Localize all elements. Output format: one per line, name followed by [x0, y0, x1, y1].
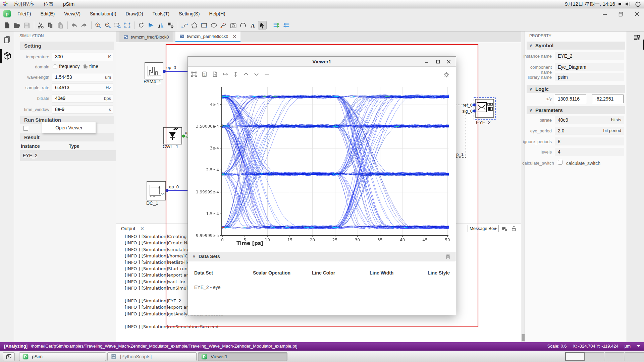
rotate-icon[interactable] — [137, 21, 146, 29]
workspace-1[interactable] — [565, 352, 585, 361]
taskbar-button-pSim[interactable]: pSim — [19, 352, 106, 361]
mirror-icon[interactable] — [156, 21, 165, 29]
power-icon[interactable] — [635, 1, 641, 7]
menu-view[interactable]: View(V) — [59, 9, 85, 19]
psim-icon — [201, 353, 208, 360]
viewer-titlebar[interactable]: Viewer1 — [188, 57, 456, 67]
lock-output-icon[interactable] — [511, 226, 517, 232]
delete-dataset-icon[interactable] — [445, 253, 451, 260]
draw-curve-icon[interactable] — [219, 21, 228, 29]
zoom-in-icon[interactable] — [94, 21, 102, 29]
field-input-sample_rate[interactable]: 6.4e13Hz — [52, 83, 113, 92]
documents-icon[interactable] — [3, 36, 11, 44]
zoom-out-icon[interactable] — [103, 21, 112, 29]
radio-frequency[interactable] — [53, 64, 57, 69]
menu-setting[interactable]: Setting(S) — [174, 9, 204, 19]
prop-value-eye_period[interactable]: 2.0bit period — [555, 127, 624, 135]
open-file-icon[interactable] — [12, 21, 21, 29]
tab-close-icon[interactable]: ✕ — [233, 34, 237, 39]
desktop-menu-2[interactable]: pSim — [60, 0, 78, 8]
draw-rectangle-icon[interactable] — [200, 21, 208, 29]
tab-twmzm_pam4/Block0[interactable]: twmzm_pam4/Block0✕ — [175, 32, 240, 42]
zoom-fit-icon[interactable] — [123, 21, 131, 29]
paste-icon[interactable] — [56, 21, 64, 29]
x-input[interactable]: 1309.5116 — [555, 95, 586, 103]
close-button[interactable] — [635, 12, 639, 16]
open-viewer-menu-item[interactable]: Open Viewer — [42, 122, 96, 133]
viewer-minimize-button[interactable] — [424, 59, 429, 64]
prop-value-bitrate[interactable]: 40e9bits/s — [555, 116, 624, 124]
taskbar-button-Viewer1[interactable]: Viewer1 — [198, 352, 287, 361]
output-close-icon[interactable]: ✕ — [140, 226, 144, 231]
viewer-maximize-button[interactable] — [436, 59, 440, 64]
prop-label-calculate_switch: calculate_switch — [522, 161, 552, 166]
menu-help[interactable]: Help(H) — [205, 9, 230, 19]
workspace-3[interactable] — [605, 352, 624, 361]
workspace-4[interactable] — [625, 352, 644, 361]
result-section-header[interactable]: Result — [20, 133, 114, 141]
workspace-2[interactable] — [585, 352, 604, 361]
draw-arc-icon[interactable] — [238, 21, 247, 29]
library-icon[interactable] — [3, 52, 11, 60]
property-dock-icon[interactable] — [633, 34, 640, 42]
logic-section-header[interactable]: ∨Logic — [527, 85, 625, 93]
minimize-button[interactable] — [602, 12, 607, 16]
message-box-select[interactable]: Message Box — [468, 225, 499, 232]
select-icon[interactable] — [258, 21, 267, 29]
field-input-time_window[interactable]: 8e-9s — [52, 105, 113, 114]
snapshot-icon[interactable] — [229, 21, 237, 29]
result-row-EYE_2[interactable]: EYE_2 — [20, 150, 116, 161]
output-tab[interactable]: Output — [121, 226, 135, 231]
datasets-section-header[interactable]: ∨ Data Sets — [188, 252, 456, 261]
new-file-icon[interactable] — [3, 21, 11, 29]
tab-twmzm_freq/Block0[interactable]: twmzm_freq/Block0 — [119, 32, 173, 42]
draw-ellipse-icon[interactable] — [209, 21, 218, 29]
copy-icon[interactable] — [46, 21, 55, 29]
field-input-temperature[interactable]: 300K — [52, 53, 113, 61]
menu-tools[interactable]: Tools(T) — [148, 9, 174, 19]
radio-time[interactable] — [83, 64, 88, 69]
field-input-bitrate[interactable]: 40e9bps — [52, 94, 113, 103]
prop-value-levels[interactable]: 4 — [555, 148, 624, 156]
probe-icon[interactable] — [166, 21, 175, 29]
maximize-button[interactable] — [619, 12, 623, 16]
redo-icon[interactable] — [79, 21, 88, 29]
menu-edit[interactable]: Edit(E) — [36, 9, 59, 19]
desktop-menu-0[interactable]: 应用程序 — [11, 0, 38, 8]
parameters-section-header[interactable]: ∨Parameters — [527, 106, 625, 114]
draw-text-icon[interactable]: A — [248, 21, 257, 29]
log-line: [INFO ] [Simulation]/home/ICer/p — [125, 253, 197, 258]
volume-icon[interactable] — [625, 1, 631, 7]
taskbar-button-[PythonScripts][interactable]: [PythonScripts] — [107, 352, 197, 361]
zoom-window-icon[interactable] — [113, 21, 122, 29]
menu-draw[interactable]: Draw(D) — [121, 9, 148, 19]
net-ports-green-icon[interactable] — [272, 21, 281, 29]
checkbox-calculate_switch[interactable] — [558, 160, 562, 165]
y-input[interactable]: -62.2951 — [592, 95, 624, 103]
cut-icon[interactable] — [36, 21, 45, 29]
save-icon[interactable] — [22, 21, 31, 29]
net-ports-blue-icon[interactable] — [282, 21, 290, 29]
field-input-wavelength[interactable]: 1.54453um — [52, 73, 113, 81]
run-simulation-checkbox[interactable] — [23, 126, 28, 131]
prop-value-instance-name[interactable]: EYE_2 — [555, 52, 624, 60]
desktop-menu-1[interactable]: 位置 — [40, 0, 57, 8]
draw-polygon-icon[interactable] — [190, 21, 199, 29]
window-switcher-button[interactable] — [3, 352, 15, 361]
prop-value-ignore_periods[interactable]: 8 — [555, 137, 624, 145]
prop-value-component-name[interactable]: Eye_Diagram — [555, 63, 624, 71]
setting-section-header[interactable]: Setting — [20, 42, 114, 50]
scrollbar-thumb[interactable] — [522, 334, 525, 341]
symbol-section-header[interactable]: ∨Symbol — [527, 42, 625, 50]
dataset-row[interactable]: EYE_2 - eye — [194, 285, 221, 290]
viewer-close-button[interactable] — [446, 59, 451, 64]
run-simulation-icon[interactable] — [147, 21, 155, 29]
undo-icon[interactable] — [70, 21, 78, 29]
menu-simulation[interactable]: Simulation(I) — [85, 9, 121, 19]
clear-output-icon[interactable] — [501, 226, 507, 232]
menu-file[interactable]: File(F) — [13, 9, 36, 19]
prop-value-library-name[interactable]: psim — [555, 73, 624, 81]
eye-diagram-plot[interactable] — [188, 71, 453, 252]
chevron-down-icon[interactable] — [637, 345, 640, 349]
draw-wire-icon[interactable] — [180, 21, 189, 29]
